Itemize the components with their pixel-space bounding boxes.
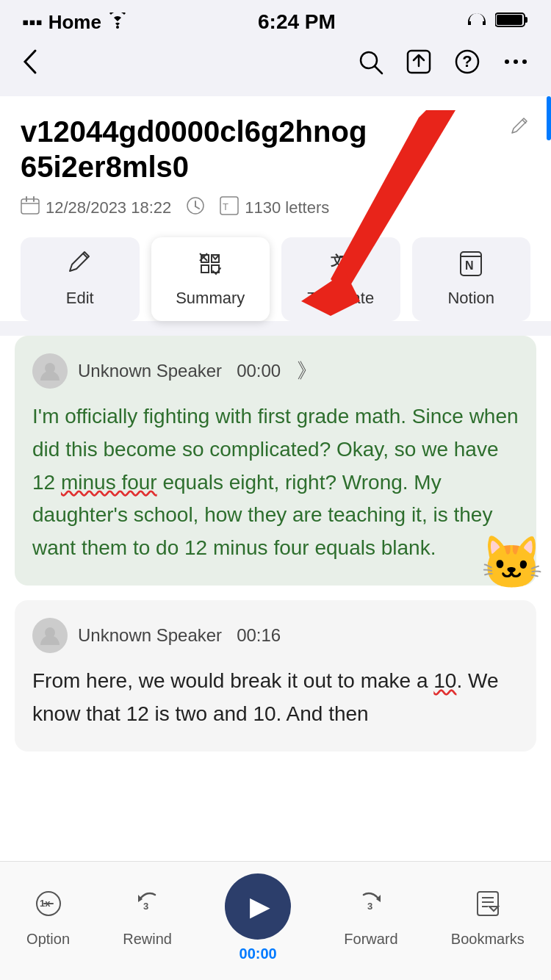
transcript-block-1: Unknown Speaker 00:16 From here, we woul… (15, 600, 536, 752)
svg-text:3: 3 (367, 901, 372, 912)
status-bar: ▪▪▪ Home 6:24 PM (0, 0, 551, 41)
forward-icon: 3 (356, 889, 386, 925)
speaker-time-0: 00:00 (237, 361, 281, 381)
edit-label: Edit (66, 289, 94, 308)
notion-icon: N (458, 251, 484, 283)
action-buttons: Edit Summary 文 A (21, 237, 530, 321)
share-button[interactable] (406, 48, 432, 82)
svg-point-10 (505, 60, 509, 64)
rewind-icon: 3 (133, 889, 162, 925)
svg-text:1x: 1x (40, 898, 51, 909)
translate-icon: 文 A (328, 251, 354, 283)
note-title: v12044gd0000cl6g2hnog 65i2er8mls0 (21, 114, 503, 184)
bookmarks-icon (473, 889, 503, 925)
speaker-name-1: Unknown Speaker (78, 625, 222, 646)
speaker-avatar-0 (32, 353, 68, 389)
carrier-label: Home (48, 11, 101, 34)
underline-text: minus four (61, 471, 157, 494)
headphone-icon (466, 12, 488, 32)
svg-rect-2 (525, 17, 527, 23)
date-label: 12/28/2023 18:22 (46, 198, 171, 217)
edit-button[interactable]: Edit (21, 237, 140, 321)
svg-line-20 (195, 206, 199, 209)
option-item[interactable]: 1x Option (26, 889, 70, 948)
help-button[interactable]: ? (454, 48, 480, 82)
play-item[interactable]: ▶ 00:00 (225, 873, 291, 962)
playback-time: 00:00 (240, 945, 277, 962)
notion-button[interactable]: N Notion (412, 237, 531, 321)
letter-count-label: 1130 letters (245, 198, 329, 217)
speaker-avatar-1 (32, 618, 68, 653)
status-left: ▪▪▪ Home (22, 11, 128, 34)
notion-label: Notion (447, 289, 494, 308)
status-time: 6:24 PM (258, 10, 336, 34)
wifi-icon (107, 11, 128, 34)
bookmarks-item[interactable]: Bookmarks (451, 889, 525, 948)
play-icon: ▶ (250, 891, 270, 922)
nav-bar: ? (0, 41, 551, 96)
scroll-indicator (547, 96, 551, 140)
summary-icon (197, 251, 223, 283)
nav-right-icons: ? (357, 48, 529, 82)
date-meta: 12/28/2023 18:22 (21, 196, 171, 220)
transcript-text-1: From here, we would break it out to make… (32, 665, 519, 731)
summary-button[interactable]: Summary (151, 237, 270, 321)
bookmarks-label: Bookmarks (451, 931, 525, 948)
translate-button[interactable]: 文 A Translate (281, 237, 400, 321)
battery-icon (495, 12, 529, 32)
forward-label: Forward (344, 931, 397, 948)
svg-text:A: A (341, 263, 348, 275)
rewind-label: Rewind (123, 931, 172, 948)
play-button[interactable]: ▶ (225, 873, 291, 940)
more-button[interactable] (503, 48, 529, 82)
text-icon: T (220, 196, 239, 220)
clock-icon (186, 196, 205, 220)
edit-icon (67, 251, 93, 283)
letter-count-meta: T 1130 letters (220, 196, 329, 220)
svg-point-0 (116, 26, 119, 29)
back-button[interactable] (22, 48, 38, 82)
svg-rect-14 (21, 199, 39, 214)
svg-text:T: T (223, 201, 228, 212)
audio-wave-icon-0: 》 (297, 357, 317, 385)
signal-icon: ▪▪▪ (22, 11, 43, 34)
transcript-block-0: Unknown Speaker 00:00 》 I'm officially f… (15, 336, 536, 586)
speaker-name-0: Unknown Speaker (78, 361, 222, 381)
transcript-text-0: I'm officially fighting with first grade… (32, 400, 519, 565)
speaker-row-1: Unknown Speaker 00:16 (32, 618, 519, 653)
option-label: Option (26, 931, 70, 948)
svg-rect-45 (478, 892, 498, 915)
duration-meta (186, 196, 205, 220)
underline-text-2: 10 (433, 669, 456, 692)
rewind-item[interactable]: 3 Rewind (123, 889, 172, 948)
svg-marker-49 (489, 907, 498, 911)
forward-item[interactable]: 3 Forward (344, 889, 397, 948)
status-right (466, 12, 529, 32)
title-row: v12044gd0000cl6g2hnog 65i2er8mls0 (21, 114, 530, 184)
bottom-bar: 1x Option 3 Rewind ▶ 00:00 3 Forwar (0, 861, 551, 980)
svg-line-5 (375, 66, 382, 73)
cat-mascot: 🐱 (480, 533, 544, 593)
svg-point-12 (522, 60, 527, 64)
summary-label: Summary (176, 289, 245, 308)
inline-edit-icon[interactable] (510, 117, 530, 143)
speaker-time-1: 00:16 (237, 625, 281, 646)
meta-row: 12/28/2023 18:22 T 1130 letters (21, 196, 530, 220)
search-button[interactable] (357, 48, 383, 82)
svg-text:?: ? (462, 52, 472, 71)
translate-label: Translate (307, 289, 374, 308)
calendar-icon (21, 196, 40, 220)
svg-point-11 (514, 60, 518, 64)
svg-text:N: N (465, 259, 474, 272)
speaker-row-0: Unknown Speaker 00:00 》 (32, 353, 519, 389)
content-area: v12044gd0000cl6g2hnog 65i2er8mls0 12/28/… (0, 96, 551, 321)
svg-rect-3 (497, 15, 522, 25)
transcript-area: Unknown Speaker 00:00 》 I'm officially f… (0, 336, 551, 869)
svg-text:3: 3 (143, 901, 148, 912)
option-icon: 1x (34, 889, 63, 925)
